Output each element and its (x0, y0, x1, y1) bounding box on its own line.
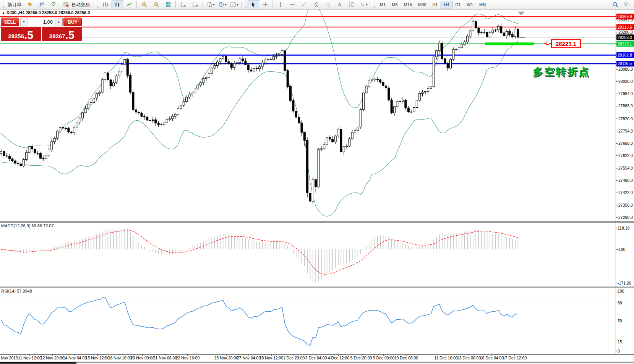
time-axis-label: 11 Nov 12:00 (18, 356, 42, 360)
signals-icon[interactable] (48, 0, 59, 9)
sell-price: 28256 (8, 33, 24, 39)
toolbar-grip[interactable] (245, 2, 246, 8)
chart-note-text[interactable]: 多空转折点 (533, 65, 590, 79)
bar-chart-icon[interactable] (100, 0, 111, 9)
time-axis-label: 17 Dec 12:00 (503, 356, 527, 360)
time-axis-label: 10 Dec 08:00 (394, 356, 418, 360)
zoom-in-icon[interactable] (139, 0, 150, 9)
price-annotation-box[interactable]: 28223.1 (551, 39, 581, 48)
timeframe-mn[interactable]: MN (476, 1, 489, 8)
buy-price: 28267 (49, 33, 65, 39)
time-axis-label: 11 Dec 16:00 (434, 356, 458, 360)
time-axis-label: 12 Nov 20:00 (41, 356, 65, 360)
highlight-level-bar (485, 42, 534, 45)
svg-text:15: 15 (618, 340, 622, 344)
candlestick-chart-icon[interactable] (112, 0, 123, 9)
line-chart-icon[interactable] (123, 0, 135, 9)
volume-stepper: ▼ 1.00 ▲ (20, 18, 63, 26)
zoom-out-icon[interactable] (151, 0, 162, 9)
chart-shift-marker (518, 12, 524, 15)
timeframe-h4[interactable]: H4 (441, 1, 452, 8)
time-axis-label: 13 Dec 00:00 (457, 356, 481, 360)
new-order-button[interactable]: 新订单 (5, 0, 24, 9)
svg-text:27356.0: 27356.0 (618, 203, 633, 207)
timeframe-d1[interactable]: D1 (452, 1, 464, 8)
vertical-line-tool-icon[interactable] (275, 0, 286, 9)
svg-text:27554.0: 27554.0 (618, 166, 633, 170)
window-collapse-icon[interactable]: ▲ (2, 11, 5, 15)
toolbar-grip[interactable] (374, 2, 375, 8)
svg-text:E: E (317, 5, 319, 8)
toolbar-grip[interactable] (97, 2, 98, 8)
new-order-label: 新订单 (8, 2, 21, 8)
dropdown-caret: ▾ (225, 3, 226, 6)
trendline-tool-icon[interactable] (298, 0, 310, 9)
time-axis-label: 20 Nov 00:00 (131, 356, 155, 360)
time-axis-label: 22 Nov 16:00 (176, 356, 200, 360)
svg-text:28286.0: 28286.0 (618, 30, 633, 34)
svg-text:80: 80 (618, 301, 622, 305)
svg-text:27954.0: 27954.0 (618, 91, 633, 96)
sell-button[interactable]: SELL (1, 18, 19, 26)
timeframe-w1[interactable]: W1 (464, 1, 477, 8)
time-axis-label: 16 Dec 04:00 (480, 356, 504, 360)
autotrading-icon (62, 1, 70, 8)
window-bottom-edge (0, 361, 634, 364)
buy-button[interactable]: BUY (63, 18, 82, 26)
dropdown-caret: ▾ (237, 3, 238, 6)
autotrading-button[interactable]: 自动交易 (60, 0, 92, 9)
toolbar-grip[interactable] (3, 2, 4, 8)
horizontal-scrollbar[interactable] (0, 362, 76, 364)
toolbar: 新订单 自动交易 ▾ ▾ ▾ E F A T ▾ M (0, 0, 634, 10)
strategy-tester-icon[interactable] (36, 0, 47, 9)
time-axis-label: 15 Nov 12:00 (86, 356, 110, 360)
tile-windows-icon[interactable] (162, 0, 174, 9)
chart-shift-icon[interactable] (190, 0, 201, 9)
auto-scroll-icon[interactable] (178, 0, 189, 9)
text-tool-icon[interactable]: A (334, 0, 345, 9)
time-axis-label: 18 Nov 16:00 (108, 356, 132, 360)
svg-text:50: 50 (618, 319, 622, 323)
time-axis-label: 4 Dec 12:00 (328, 356, 350, 360)
horizontal-line-tool-icon[interactable] (287, 0, 298, 9)
volume-input[interactable]: 1.00 (28, 18, 55, 26)
period-clock-icon[interactable]: ▾ (217, 0, 228, 9)
volume-decrease-button[interactable]: ▼ (20, 18, 28, 26)
timeframe-m1[interactable]: M1 (377, 1, 389, 8)
buy-price-box[interactable]: 28267 .5 (42, 27, 82, 41)
volume-increase-button[interactable]: ▲ (55, 18, 62, 26)
svg-text:28223.1: 28223.1 (618, 42, 632, 46)
svg-text:28020.0: 28020.0 (618, 79, 633, 84)
timeframe-m5[interactable]: M5 (389, 1, 401, 8)
arrows-tool-icon[interactable]: ▾ (358, 0, 369, 9)
dropdown-caret: ▾ (366, 3, 367, 6)
crosshair-icon[interactable] (259, 0, 271, 9)
svg-text:27688.0: 27688.0 (618, 141, 633, 146)
equidistant-channel-tool-icon[interactable]: E (310, 0, 322, 9)
mt4-window: 新订单 自动交易 ▾ ▾ ▾ E F A T ▾ M (0, 0, 634, 364)
svg-text:A: A (338, 2, 341, 7)
svg-text:27754.0: 27754.0 (618, 129, 633, 133)
comments-icon[interactable] (621, 0, 632, 9)
time-axis-label: 14 Nov 04:00 (63, 356, 87, 360)
timeframe-m15[interactable]: M15 (401, 1, 415, 8)
sell-price-box[interactable]: 28256 .5 (1, 27, 41, 41)
text-label-tool-icon[interactable]: T (346, 0, 357, 9)
svg-text:0: 0 (618, 349, 620, 353)
svg-text:28086.0: 28086.0 (618, 67, 633, 71)
time-axis-label: 3 Dec 04:00 (305, 356, 327, 360)
metaeditor-icon[interactable] (24, 0, 36, 9)
svg-text:27622.0: 27622.0 (618, 153, 633, 158)
indicators-icon[interactable]: ▾ (229, 0, 240, 9)
time-axis-label: 5 Dec 20:00 (350, 356, 372, 360)
search-icon[interactable] (610, 0, 621, 9)
fibonacci-tool-icon[interactable]: F (322, 0, 334, 9)
horizontal-level-lines (0, 16, 616, 63)
new-chart-icon[interactable]: ▾ (205, 0, 216, 9)
timeframe-m30[interactable]: M30 (415, 1, 429, 8)
cursor-icon[interactable] (248, 0, 259, 9)
one-click-trading-panel: SELL ▼ 1.00 ▲ BUY 28256 .5 28267 .5 (1, 18, 82, 42)
timeframe-h1[interactable]: H1 (429, 1, 441, 8)
time-axis-label: Nov 2019 (1, 356, 18, 360)
chart-canvas[interactable]: 28352.028286.028220.028154.028086.028020… (0, 0, 634, 364)
